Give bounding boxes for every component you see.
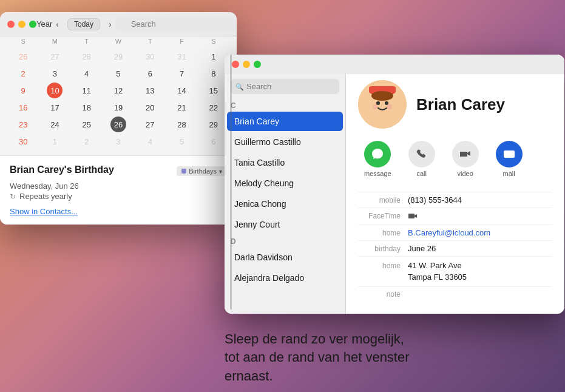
cal-day[interactable]: 21 [174,100,190,115]
cal-day[interactable]: 22 [206,100,222,115]
call-icon [408,141,435,167]
maximize-button[interactable] [29,21,36,28]
cal-day[interactable]: 29 [110,49,126,64]
calendar-view-toggle[interactable]: Year [36,19,52,29]
day-t: T [71,36,103,46]
minimize-button[interactable] [18,21,25,28]
contact-avatar [358,80,407,129]
day-s2: S [198,36,229,46]
cal-day[interactable]: 3 [110,133,126,149]
mail-icon [496,141,523,167]
cal-day[interactable]: 27 [47,49,63,64]
cal-day[interactable]: 20 [142,100,158,115]
caption-line1: Sleep de rand zo ver mogelijk, [225,331,404,346]
week-4: 16 17 18 19 20 21 22 [7,100,229,115]
svg-point-8 [371,91,393,101]
cal-day[interactable]: 25 [79,117,95,132]
calendar-search-input[interactable] [115,17,237,31]
info-row-facetime: FaceTime [358,208,552,225]
cal-day[interactable]: 15 [206,83,222,98]
cal-day-today[interactable]: 10 [47,83,63,98]
cal-day[interactable]: 9 [15,83,31,98]
field-label-home-address: home [358,262,401,270]
field-label-facetime: FaceTime [358,212,401,220]
contact-list-item[interactable]: Melody Cheung [227,174,343,193]
field-value-address: 41 W. Park AveTampa FL 33605 [408,260,552,283]
contacts-search-wrap: 🔍 [225,74,345,99]
contact-header: Brian Carey [358,80,552,129]
field-value-mobile: (813) 555-3644 [408,195,552,204]
cal-day[interactable]: 30 [15,133,31,149]
svg-point-5 [385,101,388,105]
cal-day[interactable]: 29 [206,117,222,132]
message-action[interactable]: message [364,141,391,177]
cal-day[interactable]: 4 [142,133,158,149]
mail-action[interactable]: mail [496,141,523,177]
contact-list-item[interactable]: Brian Carey [227,112,343,131]
svg-rect-9 [504,150,515,158]
cal-day[interactable]: 14 [174,83,190,98]
event-detail: Brian Carey's Birthday Birthdays ▾ Wedne… [0,155,237,225]
contacts-minimize-button[interactable] [243,61,250,68]
contact-list-item[interactable]: Alejandra Delgado [227,268,343,288]
contacts-window-controls [232,61,261,68]
video-action[interactable]: video [452,141,479,177]
field-value-birthday: June 26 [408,244,552,253]
cal-day[interactable]: 1 [206,49,222,64]
field-value-email[interactable]: B.Careyful@icloud.com [408,228,552,237]
contact-list-item[interactable]: Darla Davidson [227,248,343,267]
cal-day[interactable]: 28 [79,49,95,64]
cal-day[interactable]: 2 [15,66,31,81]
cal-day[interactable]: 19 [110,100,126,115]
cal-day[interactable]: 28 [174,117,190,132]
repeat-icon: ↻ [10,192,16,201]
today-button[interactable]: Today [67,18,100,30]
cal-day-selected[interactable]: 26 [110,117,126,132]
cal-day[interactable]: 13 [142,83,158,98]
contact-info: mobile (813) 555-3644 FaceTime home B.Ca… [358,192,552,302]
drag-handle[interactable] [230,55,232,309]
cal-day[interactable]: 5 [110,66,126,81]
video-icon [452,141,479,167]
cal-day[interactable]: 16 [15,100,31,115]
show-in-contacts-link[interactable]: Show in Contacts... [10,207,227,216]
cal-day[interactable]: 4 [79,66,95,81]
contact-list-item[interactable]: Jenny Court [227,215,343,234]
cal-day[interactable]: 2 [79,133,95,149]
cal-day[interactable]: 24 [47,117,63,132]
day-s: S [7,36,39,46]
cal-day[interactable]: 30 [142,49,158,64]
contact-list-item[interactable]: Tania Castillo [227,153,343,172]
cal-day[interactable]: 5 [174,133,190,149]
search-wrap: 🔍 [115,17,237,31]
cal-day[interactable]: 23 [15,117,31,132]
cal-day[interactable]: 8 [206,66,222,81]
next-month-button[interactable]: › [105,18,115,30]
cal-day[interactable]: 11 [79,83,95,98]
cal-day[interactable]: 12 [110,83,126,98]
cal-day[interactable]: 7 [174,66,190,81]
cal-day[interactable]: 6 [206,133,222,149]
cal-day[interactable]: 1 [47,133,63,149]
caption-line3: ernaast. [225,368,273,384]
cal-day[interactable]: 26 [15,49,31,64]
contacts-maximize-button[interactable] [254,61,261,68]
cal-day[interactable]: 3 [47,66,63,81]
cal-day[interactable]: 18 [79,100,95,115]
contact-list-item[interactable]: Jenica Chong [227,194,343,214]
week-6: 30 1 2 3 4 5 6 [7,133,229,149]
contacts-close-button[interactable] [232,61,239,68]
cal-day[interactable]: 6 [142,66,158,81]
call-action[interactable]: call [408,141,435,177]
prev-month-button[interactable]: ‹ [52,18,63,30]
cal-day[interactable]: 17 [47,100,63,115]
cal-day[interactable]: 31 [174,49,190,64]
contact-list-item[interactable]: Guillermo Castillo [227,132,343,152]
cal-day[interactable]: 27 [142,117,158,132]
close-button[interactable] [7,21,15,28]
contacts-titlebar [225,55,564,74]
contacts-search-input[interactable] [231,79,339,94]
video-label: video [457,170,473,177]
info-row-mobile: mobile (813) 555-3644 [358,192,552,208]
message-label: message [364,170,391,177]
